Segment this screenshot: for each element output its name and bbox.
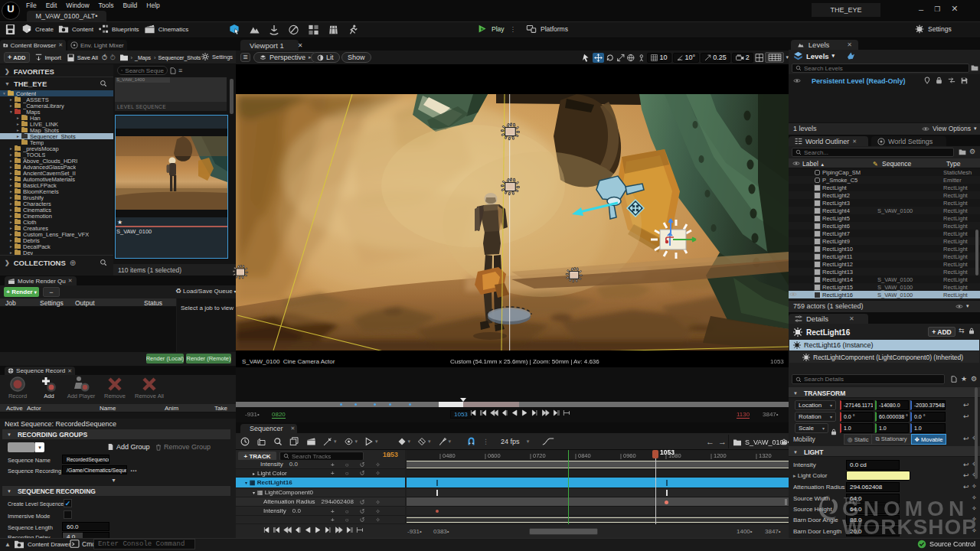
svg-text:WORKSHOP: WORKSHOP: [842, 515, 977, 534]
